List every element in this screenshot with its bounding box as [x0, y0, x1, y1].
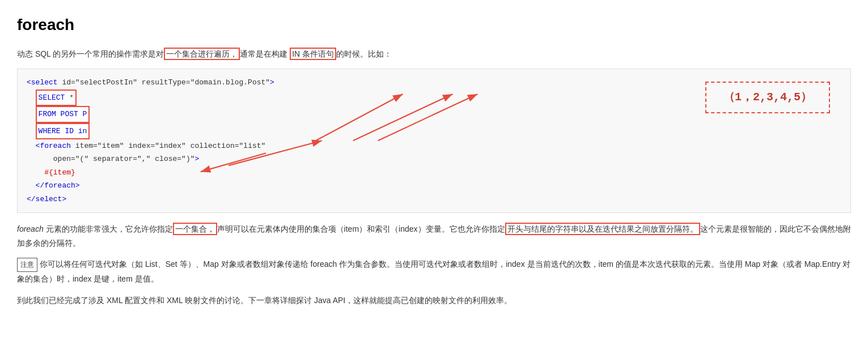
- para1-text: 元素的功能非常强大，它允许你指定: [44, 224, 173, 233]
- foreach-italic: foreach: [17, 224, 44, 233]
- intro-highlight-collection: 一个集合进行遍历，: [164, 48, 240, 60]
- code-line-6: open="(" separator="," close=")">: [27, 152, 841, 165]
- code-line-4: WHERE ID in: [27, 123, 841, 139]
- intro-paragraph: 动态 SQL 的另外一个常用的操作需求是对一个集合进行遍历，通常是在构建 IN …: [17, 48, 851, 61]
- code-line-7: #{item}: [27, 166, 841, 179]
- dashed-result-box: （1，2,3,4,5）: [705, 82, 830, 113]
- code-line-8: </foreach>: [27, 179, 841, 192]
- para1-collection-highlight: 一个集合，: [173, 223, 217, 235]
- para1-separator-highlight: 开头与结尾的字符串以及在迭代结果之间放置分隔符。: [505, 223, 700, 235]
- intro-text-mid: 通常是在构建: [240, 49, 287, 58]
- intro-text-end: 的时候。比如：: [336, 49, 392, 58]
- para1-cont: 声明可以在元素体内使用的集合项（item）和索引（index）变量。它也允许你指…: [217, 224, 505, 233]
- conclusion-paragraph: 到此我们已经完成了涉及 XML 配置文件和 XML 映射文件的讨论。下一章将详细…: [17, 293, 851, 308]
- para-foreach-desc: foreach 元素的功能非常强大，它允许你指定一个集合，声明可以在元素体内使用…: [17, 222, 851, 250]
- code-line-9: </select>: [27, 193, 841, 206]
- code-line-5: <foreach item="item" index="index" colle…: [27, 139, 841, 152]
- intro-highlight-in: IN 条件语句: [290, 48, 336, 60]
- sql-where-id-in: WHERE ID in: [36, 123, 90, 139]
- note-text: 你可以将任何可迭代对象（如 List、Set 等）、Map 对象或者数组对象传递…: [17, 259, 850, 283]
- intro-text-before: 动态 SQL 的另外一个常用的操作需求是对: [17, 49, 164, 58]
- note-paragraph: 注意你可以将任何可迭代对象（如 List、Set 等）、Map 对象或者数组对象…: [17, 257, 851, 286]
- sql-select-star: SELECT *: [36, 90, 77, 106]
- page-title: foreach: [17, 11, 851, 39]
- sql-from-post: FROM POST P: [36, 106, 90, 122]
- code-block: （1，2,3,4,5） <select id="selectPostIn" re…: [17, 69, 851, 213]
- note-label: 注意: [17, 258, 37, 273]
